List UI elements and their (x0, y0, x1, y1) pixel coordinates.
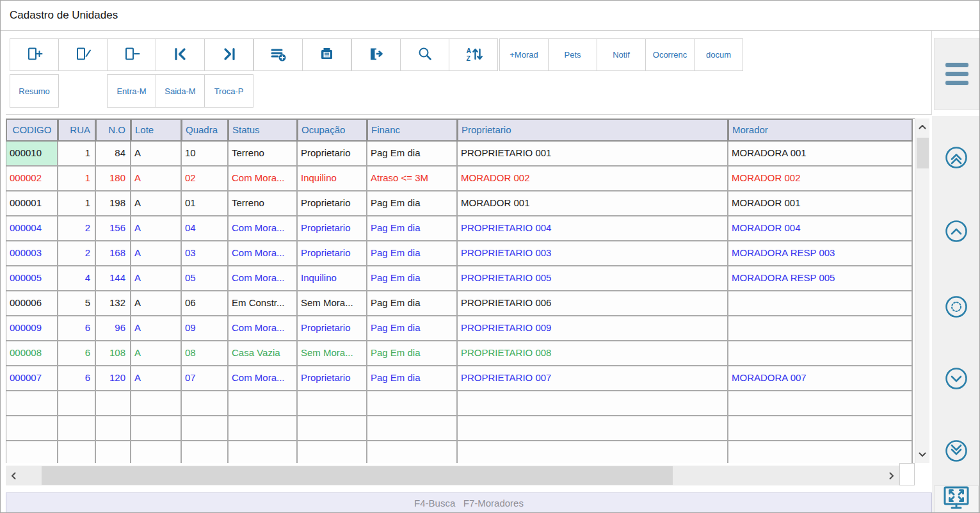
cell-codigo[interactable]: 000009 (6, 316, 58, 341)
cell-morador[interactable] (728, 291, 913, 316)
cell-financ[interactable]: Pag Em dia (367, 316, 458, 341)
cell-morador[interactable] (728, 341, 913, 366)
cell-lote[interactable]: A (131, 366, 182, 391)
cell-no[interactable]: 180 (96, 167, 131, 191)
cell-rua[interactable]: 2 (58, 241, 96, 266)
cell-morador[interactable]: MORADORA 001 (728, 142, 913, 167)
go-next-button[interactable] (944, 366, 969, 391)
cell-proprietario[interactable]: PROPRIETARIO 004 (458, 216, 728, 241)
first-record-button[interactable] (156, 38, 205, 71)
cell-proprietario[interactable]: MORADOR 001 (458, 191, 728, 216)
cell-morador[interactable]: MORADOR 004 (728, 216, 913, 241)
cell-ocupacao[interactable]: Proprietario (298, 241, 367, 266)
cell-lote[interactable]: A (131, 266, 182, 291)
cell-quadra[interactable]: 07 (182, 366, 229, 391)
docum-button[interactable]: docum (694, 38, 743, 71)
cell-ocupacao[interactable]: Inquilino (298, 266, 367, 291)
cell-no[interactable]: 132 (96, 291, 131, 316)
table-row[interactable]: 000010184A10TerrenoProprietarioPag Em di… (6, 142, 915, 167)
cell-no[interactable]: 144 (96, 266, 131, 291)
go-last-button[interactable] (944, 438, 969, 464)
troca-p-button[interactable]: Troca-P (204, 74, 253, 108)
cell-rua[interactable]: 5 (58, 291, 96, 316)
table-row[interactable]: 0000065132A06Em Constr...Sem Mora...Pag … (6, 291, 915, 316)
cell-codigo[interactable]: 000006 (6, 291, 58, 316)
last-record-button[interactable] (204, 38, 253, 71)
cell-morador[interactable]: MORADORA 007 (728, 366, 913, 391)
vertical-scrollbar[interactable] (915, 118, 929, 463)
cell-quadra[interactable]: 06 (182, 291, 229, 316)
cell-rua[interactable]: 6 (58, 316, 96, 341)
column-header-lote[interactable]: Lote (131, 119, 182, 142)
column-header-no[interactable]: N.O (96, 119, 131, 142)
cell-proprietario[interactable]: PROPRIETARIO 009 (458, 316, 728, 341)
search-button[interactable] (400, 38, 449, 71)
cell-financ[interactable]: Pag Em dia (367, 291, 458, 316)
saida-m-button[interactable]: Saida-M (156, 74, 205, 108)
cell-status[interactable]: Com Mora... (229, 316, 298, 341)
add-item-button[interactable] (253, 38, 303, 71)
table-row[interactable]: 0000076120A07Com Mora...ProprietarioPag … (6, 366, 915, 391)
column-header-ocupacao[interactable]: Ocupação (298, 119, 367, 142)
cell-lote[interactable]: A (131, 341, 182, 366)
cell-codigo[interactable]: 000004 (6, 216, 58, 241)
cell-ocupacao[interactable]: Inquilino (298, 167, 367, 191)
cell-codigo[interactable]: 000007 (6, 366, 58, 391)
cell-proprietario[interactable]: MORADOR 002 (458, 167, 728, 191)
cell-quadra[interactable]: 01 (182, 191, 229, 216)
morad-button[interactable]: +Morad (499, 38, 549, 71)
exit-button[interactable] (351, 38, 401, 71)
cell-ocupacao[interactable]: Proprietario (298, 316, 367, 341)
column-header-status[interactable]: Status (229, 119, 298, 142)
cell-ocupacao[interactable]: Proprietario (298, 191, 367, 216)
ocorrenc-button[interactable]: Ocorrenc (645, 38, 695, 71)
cell-rua[interactable]: 1 (58, 191, 96, 216)
cell-status[interactable]: Terreno (229, 142, 298, 167)
cell-codigo[interactable]: 000003 (6, 241, 58, 266)
table-row[interactable]: 0000042156A04Com Mora...ProprietarioPag … (6, 216, 915, 241)
cell-status[interactable]: Com Mora... (229, 167, 298, 191)
go-previous-button[interactable] (944, 218, 969, 244)
cell-rua[interactable]: 1 (58, 142, 96, 167)
cell-lote[interactable]: A (131, 316, 182, 341)
cell-morador[interactable]: MORADOR 001 (728, 191, 913, 216)
column-header-rua[interactable]: RUA (58, 119, 96, 142)
cell-financ[interactable]: Pag Em dia (367, 216, 458, 241)
cell-lote[interactable]: A (131, 216, 182, 241)
cell-no[interactable]: 84 (96, 142, 131, 167)
cell-lote[interactable]: A (131, 191, 182, 216)
vertical-scroll-thumb[interactable] (917, 138, 929, 168)
cell-ocupacao[interactable]: Sem Mora... (298, 341, 367, 366)
cell-status[interactable]: Com Mora... (229, 216, 298, 241)
cell-ocupacao[interactable]: Proprietario (298, 366, 367, 391)
column-header-quadra[interactable]: Quadra (182, 119, 229, 142)
go-first-button[interactable] (944, 145, 969, 170)
cell-financ[interactable]: Pag Em dia (367, 241, 458, 266)
cell-codigo[interactable]: 000001 (6, 191, 58, 216)
cell-lote[interactable]: A (131, 241, 182, 266)
cell-no[interactable]: 156 (96, 216, 131, 241)
cell-quadra[interactable]: 05 (182, 266, 229, 291)
scroll-right-arrow[interactable] (884, 466, 899, 485)
table-row[interactable]: 0000021180A02Com Mora...InquilinoAtraso … (6, 167, 915, 191)
cell-codigo[interactable]: 000002 (6, 167, 58, 191)
cell-status[interactable]: Com Mora... (229, 241, 298, 266)
cell-status[interactable]: Com Mora... (229, 266, 298, 291)
column-header-morador[interactable]: Morador (728, 119, 913, 142)
cell-morador[interactable] (728, 316, 913, 341)
cell-rua[interactable]: 2 (58, 216, 96, 241)
table-row[interactable]: 0000054144A05Com Mora...InquilinoPag Em … (6, 266, 915, 291)
cell-codigo[interactable]: 000008 (6, 341, 58, 366)
scroll-up-arrow[interactable] (915, 120, 929, 134)
print-button[interactable] (302, 38, 351, 71)
cell-morador[interactable]: MORADORA RESP 005 (728, 266, 913, 291)
cell-ocupacao[interactable]: Proprietario (298, 216, 367, 241)
cell-rua[interactable]: 1 (58, 167, 96, 191)
new-record-button[interactable] (10, 38, 59, 71)
resumo-button[interactable]: Resumo (10, 74, 59, 108)
cell-codigo[interactable]: 000005 (6, 266, 58, 291)
column-header-codigo[interactable]: CODIGO (6, 119, 58, 142)
cell-proprietario[interactable]: PROPRIETARIO 006 (458, 291, 728, 316)
cell-quadra[interactable]: 10 (182, 142, 229, 167)
cell-lote[interactable]: A (131, 142, 182, 167)
